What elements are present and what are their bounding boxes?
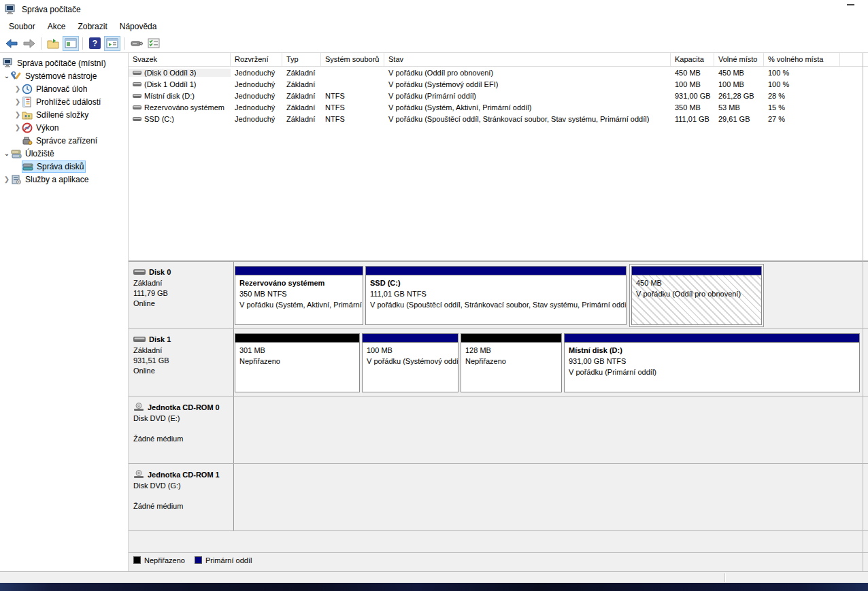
action-pane-icon [106,38,118,48]
partition-unallocated-128[interactable]: 128 MB Nepřiřazeno [461,333,562,392]
tree-item-device-manager[interactable]: Správce zařízení [0,134,128,147]
tree-item-computer-management[interactable]: Správa počítače (místní) [0,56,128,69]
partition-recovery[interactable]: 450 MB V pořádku (Oddíl pro obnovení) [631,266,762,325]
col-header-stav[interactable]: Stav [384,53,671,66]
chevron-right-icon[interactable]: ❯ [14,98,22,105]
volume-list: Svazek Rozvržení Typ Systém souborů Stav… [129,53,868,262]
volume-icon [133,82,141,87]
menu-akce[interactable]: Akce [41,20,72,33]
window-title: Správa počítače [22,5,81,14]
partition-ssd-c[interactable]: SSD (C:) 111,01 GB NTFS V pořádku (Spouš… [365,266,627,325]
volume-row[interactable]: (Disk 1 Oddíl 1) Jednoduchý Základní V p… [129,78,868,90]
cdrom1-info[interactable]: Jednotka CD-ROM 1 Disk DVD (G:) Žádné mé… [129,464,234,530]
partition-system-reserved[interactable]: Rezervováno systémem 350 MB NTFS V pořád… [235,266,363,325]
volume-icon [133,105,141,110]
show-action-pane-button[interactable] [104,36,120,51]
col-header-volne-misto[interactable]: Volné místo [714,53,764,66]
graphical-view: Disk 0 Základní 111,79 GB Online Rezervo… [129,262,868,570]
cd-icon [133,470,144,479]
volume-icon [133,70,141,75]
tree-item-system-tools[interactable]: ⌄ Systémové nástroje [0,69,128,82]
partition-efi[interactable]: 100 MB V pořádku (Systémový oddíl EFI) [362,333,458,392]
disk0-partitions: Rezervováno systémem 350 MB NTFS V pořád… [234,262,868,328]
volume-icon [133,116,141,122]
storage-icon [11,148,22,159]
unallocated-swatch [133,556,141,564]
primary-partition-strip [565,334,859,343]
tree-item-services-applications[interactable]: ❯ Služby a aplikace [0,173,128,186]
disk-tool-button[interactable] [128,36,144,51]
col-header-rozvrzeni[interactable]: Rozvržení [231,53,282,66]
disk-icon [133,269,146,275]
col-header-kapacita[interactable]: Kapacita [671,53,714,66]
volume-row[interactable]: Místní disk (D:) Jednoduchý Základní NTF… [129,90,868,101]
cdrom1-row: Jednotka CD-ROM 1 Disk DVD (G:) Žádné mé… [129,464,868,531]
menu-napoveda[interactable]: Nápověda [114,20,163,33]
col-header-pct-volneho-mista[interactable]: % volného místa [764,53,840,66]
toolbar: ? [0,34,868,53]
computer-icon [3,58,14,69]
tree-item-disk-management[interactable]: Správa disků [0,160,128,173]
col-header-filler [840,53,868,66]
tree-item-event-viewer[interactable]: ❯ Prohlížeč událostí [0,95,128,108]
graphical-view-filler [129,531,868,552]
unallocated-strip [235,334,359,343]
tree-item-task-scheduler[interactable]: ❯ Plánovač úloh [0,82,128,95]
device-manager-icon [22,135,33,146]
volume-row[interactable]: (Disk 0 Oddíl 3) Jednoduchý Základní V p… [129,67,868,78]
legend-primary-partition: Primární oddíl [195,556,252,564]
computer-management-window: Správa počítače Soubor Akce Zobrazit Náp… [0,0,868,591]
partition-local-disk-d[interactable]: Místní disk (D:) 931,00 GB NTFS V pořádk… [564,333,860,392]
chevron-right-icon[interactable]: ❯ [14,85,22,92]
partition-unallocated-301[interactable]: 301 MB Nepřiřazeno [235,333,360,392]
col-header-typ[interactable]: Typ [282,53,321,66]
properties-icon [148,38,160,48]
cdrom0-empty-area [234,396,868,463]
disk1-partitions: 301 MB Nepřiřazeno 100 MB V pořádku (Sys… [234,329,868,396]
back-button[interactable] [3,36,20,51]
chevron-down-icon[interactable]: ⌄ [3,72,11,80]
menu-zobrazit[interactable]: Zobrazit [71,20,113,33]
chevron-right-icon[interactable]: ❯ [3,175,11,183]
partition-recovery-wrap: 450 MB V pořádku (Oddíl pro obnovení) [629,264,764,327]
disk0-row: Disk 0 Základní 111,79 GB Online Rezervo… [129,262,868,329]
col-header-svazek[interactable]: Svazek [129,53,231,66]
chevron-down-icon[interactable]: ⌄ [3,150,11,157]
chevron-right-icon[interactable]: ❯ [14,124,22,131]
shared-folders-icon [22,109,33,120]
minimize-button[interactable] [847,4,854,5]
tree-item-shared-folders[interactable]: ❯ Sdílené složky [0,108,128,121]
col-header-system-souboru[interactable]: Systém souborů [321,53,384,66]
help-button[interactable]: ? [86,36,103,51]
cdrom0-info[interactable]: Jednotka CD-ROM 0 Disk DVD (E:) Žádné mé… [129,396,234,463]
disk-management-pane: Svazek Rozvržení Typ Systém souborů Stav… [129,53,868,571]
legend-unallocated: Nepřiřazeno [133,556,185,564]
volume-list-header: Svazek Rozvržení Typ Systém souborů Stav… [129,53,868,67]
console-tree-icon [65,38,77,48]
menu-soubor[interactable]: Soubor [3,20,41,33]
open-button[interactable] [45,36,61,51]
volume-row[interactable]: SSD (C:) Jednoduchý Základní NTFS V pořá… [129,113,868,124]
taskbar[interactable] [0,583,868,591]
primary-partition-strip [366,267,626,275]
legend: Nepřiřazeno Primární oddíl [129,552,868,567]
cdrom0-row: Jednotka CD-ROM 0 Disk DVD (E:) Žádné mé… [129,396,868,464]
app-icon [5,4,16,15]
disk1-info[interactable]: Disk 1 Základní 931,51 GB Online [129,329,234,396]
forward-button[interactable] [21,36,37,51]
chevron-right-icon[interactable]: ❯ [14,111,22,118]
primary-partition-swatch [195,556,202,564]
folder-icon [47,38,59,49]
primary-partition-strip [235,267,363,275]
title-bar: Správa počítače [0,0,868,19]
primary-partition-strip [632,267,761,275]
status-bar-divider [724,573,725,582]
show-console-tree-button[interactable] [63,36,79,51]
volume-row[interactable]: Rezervováno systémem Jednoduchý Základní… [129,101,868,113]
disk0-info[interactable]: Disk 0 Základní 111,79 GB Online [129,262,234,328]
tree-item-storage[interactable]: ⌄ Úložiště [0,147,128,160]
tree-item-performance[interactable]: ❯ Výkon [0,121,128,134]
svg-text:?: ? [92,39,97,48]
properties-button[interactable] [146,36,162,51]
status-bar [0,571,868,583]
